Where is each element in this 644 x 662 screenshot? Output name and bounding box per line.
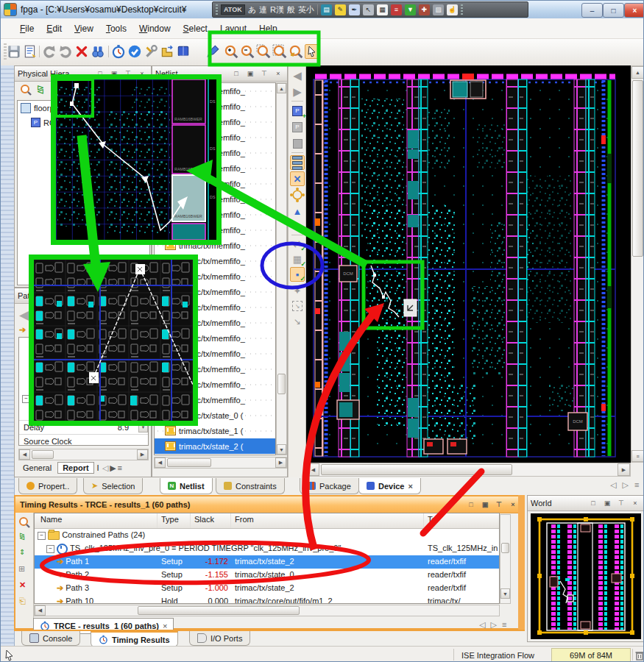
docs-icon[interactable] <box>176 44 191 59</box>
tools-icon[interactable] <box>144 44 158 59</box>
zoom-previous-icon[interactable] <box>289 44 303 59</box>
measure-icon[interactable] <box>160 44 174 59</box>
back-icon[interactable]: ◀ <box>19 307 29 323</box>
float-pane-icon[interactable]: ▣ <box>601 498 613 509</box>
collapse-icon[interactable]: − <box>38 532 46 540</box>
col-slack[interactable]: Slack <box>194 515 214 524</box>
back-icon[interactable]: ◀ <box>290 68 305 83</box>
tab-general[interactable]: General <box>18 463 56 473</box>
ime-misc-icon[interactable]: ▨ <box>433 4 444 15</box>
save-icon[interactable] <box>7 44 21 59</box>
float-pane-icon[interactable]: ▣ <box>244 68 256 79</box>
ime-mode-eng[interactable]: 英小 <box>298 4 314 15</box>
ime-mode-general[interactable]: 般 <box>287 4 295 15</box>
unfix-placement-icon[interactable]: ↘ <box>290 314 305 329</box>
move-up-icon[interactable]: ▲ <box>290 204 305 218</box>
property-row[interactable]: Source Clock <box>19 434 149 446</box>
horizontal-scrollbar[interactable]: ◀ ▶ <box>154 457 287 469</box>
tab-next-icon[interactable]: ▶ <box>110 463 116 473</box>
table-row-path10[interactable]: ➔ Path 10 Hold 0.000 trimac/tx/core/put/… <box>35 595 499 604</box>
cell-icon[interactable] <box>290 136 305 151</box>
close-pane-icon[interactable]: × <box>507 499 519 510</box>
timing-vertical-scrollbar[interactable]: ▼ <box>500 514 511 604</box>
redo-icon[interactable] <box>58 44 73 59</box>
menu-layout[interactable]: Layout <box>220 24 247 34</box>
table-row-path3[interactable]: ➔ Path 3 Setup -1.000 trimac/tx/state_2 … <box>35 582 499 595</box>
trash-icon[interactable] <box>635 650 644 661</box>
tab-netlist[interactable]: N Netlist <box>160 478 213 494</box>
delete-icon[interactable] <box>74 44 89 59</box>
collapse-icon[interactable]: − <box>46 545 54 553</box>
tab-properties[interactable]: Propert.. <box>18 478 77 494</box>
ime-funnel-icon[interactable]: ▼ <box>405 4 416 15</box>
ime-mode-hiragana[interactable]: あ <box>248 4 256 15</box>
sort-descending-icon[interactable]: ⧎ <box>19 532 25 540</box>
panel-splitter[interactable] <box>518 495 525 630</box>
sort-ascending-icon[interactable]: ⇕ <box>19 548 25 556</box>
timing-horizontal-scrollbar[interactable]: ◀ <box>34 605 500 616</box>
tab-list-icon[interactable]: ≡ <box>118 463 122 472</box>
ime-hand-icon[interactable]: ☝ <box>447 4 458 15</box>
swap-placement-icon[interactable]: ⇄✓ <box>290 236 305 251</box>
close-pane-icon[interactable]: × <box>272 68 284 79</box>
ime-tool-icon[interactable]: ✚ <box>419 4 430 15</box>
menu-view[interactable]: View <box>74 24 93 34</box>
world-header[interactable]: World □ ▣ ⊤ × <box>528 496 644 511</box>
table-row-group[interactable]: − Constrained Paths (24) <box>35 529 499 542</box>
ime-settings-icon[interactable]: ≡ <box>391 4 402 15</box>
menu-window[interactable]: Window <box>139 24 171 34</box>
menu-help[interactable]: Help <box>259 24 277 34</box>
tab-console[interactable]: Console <box>21 631 80 646</box>
tab-prev-icon[interactable]: ◁ <box>479 620 485 630</box>
toggle-routing-icon[interactable]: ▪✓ <box>290 267 305 282</box>
tab-timing-results[interactable]: Timing Results <box>91 631 178 647</box>
tab-selection[interactable]: ➤ Selection <box>83 478 143 494</box>
timing-results-header[interactable]: Timing Results - TRCE - results_1 (60 pa… <box>15 496 523 513</box>
assign-icon[interactable]: ↘ <box>290 219 305 234</box>
zoom-in-icon[interactable] <box>224 44 238 59</box>
ime-pen-icon[interactable]: ✒ <box>349 4 360 15</box>
ime-table-icon[interactable]: ▦ <box>377 4 388 15</box>
toggle-placement-icon[interactable]: ▦✓ <box>290 252 305 266</box>
ime-grip[interactable] <box>216 4 218 15</box>
forward-icon[interactable]: ▶ <box>290 85 305 99</box>
find-icon[interactable] <box>91 44 105 59</box>
tab-prev-icon[interactable]: ◁ <box>610 480 616 490</box>
tab-report[interactable]: Report <box>57 462 93 474</box>
pin-pane-icon[interactable]: ⊤ <box>615 498 627 509</box>
device-vertical-scrollbar[interactable]: ▲ ≡ <box>631 65 644 463</box>
close-tab-icon[interactable]: × <box>408 482 412 491</box>
maximize-pane-icon[interactable]: □ <box>465 499 477 510</box>
titlebar[interactable]: fpga - [C:¥Users¥osamu¥Desktop¥circuit¥ … <box>1 1 644 19</box>
marker-icon[interactable] <box>205 44 220 59</box>
ime-toolbar[interactable]: ATOK あ 連 R漢 般 英小 ▤ ✎ ✒ ↖ ▦ ≡ ▼ ✚ ▨ ☝ <box>212 1 528 18</box>
timing-table[interactable]: Name Type Slack From To − Constrained Pa… <box>34 513 500 604</box>
ime-mouse-icon[interactable]: ↖ <box>363 4 374 15</box>
table-row-constraint[interactable]: − TS_clk_125MHz_inv_pre_0 = PERIOD TIMEG… <box>35 542 499 555</box>
col-type[interactable]: Type <box>161 515 179 524</box>
delete-icon[interactable]: ✕ <box>19 580 26 590</box>
search-icon[interactable] <box>18 516 31 529</box>
expand-collapse-icon[interactable]: ⧎ <box>37 84 44 94</box>
ime-mode-renbun[interactable]: 連 <box>259 4 267 15</box>
ime-mode-rkan[interactable]: R漢 <box>270 4 284 15</box>
tab-device[interactable]: Device × <box>358 478 421 494</box>
table-row-path1[interactable]: ➔ Path 1 Setup -1.172 trimac/tx/state_2 … <box>35 555 499 569</box>
horizontal-scrollbar[interactable]: ◀ ▶ <box>18 449 149 460</box>
zoom-out-icon[interactable] <box>240 44 255 59</box>
select-tool-button[interactable] <box>305 44 319 59</box>
zoom-selection-icon[interactable] <box>256 44 271 59</box>
tab-next-icon[interactable]: ▷ <box>490 620 496 630</box>
pin-pane-icon[interactable]: ⊤ <box>258 68 270 79</box>
minimize-button[interactable]: ‒ <box>581 3 603 18</box>
tab-prev-icon[interactable]: ◁ <box>102 463 108 473</box>
dock-strip[interactable] <box>1 65 15 646</box>
list-item-selected[interactable]: trimac/tx/state_2 ( <box>155 438 275 454</box>
search-icon[interactable] <box>19 83 32 96</box>
close-button[interactable]: × <box>624 3 644 18</box>
pin-pane-icon[interactable]: ⊤ <box>493 499 505 510</box>
tab-instances[interactable]: I <box>96 463 101 473</box>
tab-package[interactable]: Package <box>300 478 359 494</box>
add-pblock-icon[interactable]: P+ <box>290 104 305 118</box>
float-pane-icon[interactable]: ▣ <box>479 499 491 510</box>
